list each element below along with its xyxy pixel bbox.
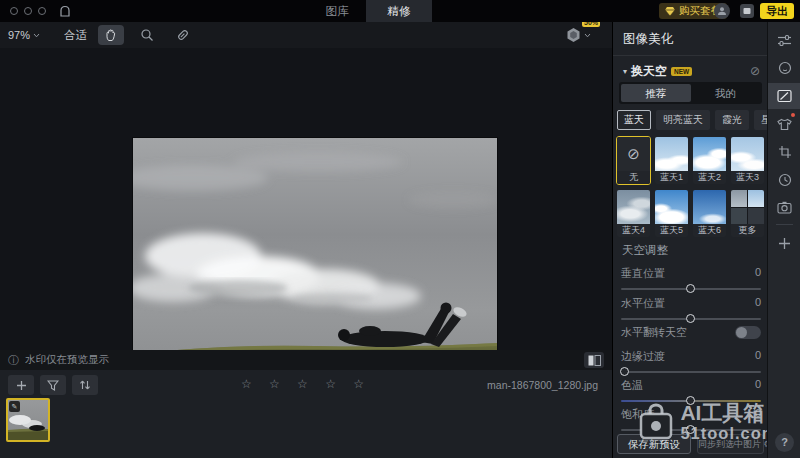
watermark-notice-text: 水印仅在预览显示	[25, 353, 109, 367]
tab-retouch[interactable]: 精修	[366, 0, 432, 22]
window-minimize-button[interactable]	[24, 7, 32, 15]
sky-adjust-title: 天空调整	[622, 243, 668, 258]
reset-icon[interactable]: ⊘	[750, 64, 760, 78]
slider-handle[interactable]	[686, 284, 695, 293]
info-icon: ⓘ	[8, 353, 19, 368]
slider-handle[interactable]	[686, 314, 695, 323]
sky-thumbnail	[655, 137, 688, 171]
save-preset-button[interactable]: 保存新预设	[617, 434, 691, 454]
sky-thumbnail	[655, 190, 688, 224]
message-icon[interactable]	[740, 4, 754, 18]
sky-thumbnail	[693, 190, 726, 224]
fit-view-button[interactable]: 合适	[64, 22, 87, 48]
window-close-button[interactable]	[10, 7, 18, 15]
chevron-down-icon	[33, 33, 40, 38]
slider-handle[interactable]	[620, 367, 629, 376]
slider-track[interactable]	[621, 429, 761, 431]
toggle-knob	[736, 327, 747, 338]
clothing-tool-button[interactable]	[768, 111, 800, 137]
zoom-level-select[interactable]: 97%	[8, 22, 40, 48]
window-zoom-button[interactable]	[38, 7, 46, 15]
sky-preset-1[interactable]: 蓝天1	[654, 136, 689, 185]
chip-sunset-glow[interactable]: 霞光	[715, 110, 749, 130]
home-icon[interactable]	[58, 4, 72, 18]
hexagon-icon	[566, 27, 581, 43]
slider-edge-transition: 边缘过渡 0	[621, 349, 761, 373]
hand-icon	[104, 28, 118, 42]
slider-track[interactable]	[621, 400, 761, 402]
export-button[interactable]: 导出	[760, 3, 794, 19]
snapshot-tool-button[interactable]	[768, 194, 800, 220]
sky-preset-6[interactable]: 蓝天6	[692, 189, 727, 238]
caret-down-icon: ▾	[623, 67, 627, 76]
adjust-tool-button[interactable]	[768, 27, 800, 53]
magnifier-icon	[140, 28, 154, 42]
flip-sky-row: 水平翻转天空	[621, 325, 761, 340]
funnel-icon	[47, 380, 59, 391]
slider-value: 0	[755, 296, 761, 311]
add-feature-button[interactable]	[768, 230, 800, 256]
image-enhance-icon	[777, 89, 792, 103]
sliders-icon	[777, 34, 792, 47]
chip-bright-blue-sky[interactable]: 明亮蓝天	[656, 110, 710, 130]
sky-preset-none[interactable]: ⊘ 无	[616, 136, 651, 185]
slider-color-temperature: 色温 0	[621, 378, 761, 402]
app-window: 图库 精修 购买套餐 导出 97% 合适	[0, 0, 800, 458]
sky-preset-3[interactable]: 蓝天3	[730, 136, 765, 185]
slider-handle[interactable]	[686, 396, 695, 405]
sort-button[interactable]	[72, 375, 98, 395]
compare-icon	[588, 355, 601, 366]
sky-thumbnail	[617, 190, 650, 224]
beauty-tool-button[interactable]	[768, 55, 800, 81]
more-presets-icon	[731, 190, 764, 224]
slider-track[interactable]	[621, 371, 761, 373]
slider-value: 0	[755, 266, 761, 281]
slider-track[interactable]	[621, 288, 761, 290]
quality-select[interactable]	[566, 27, 591, 43]
sync-selected-button[interactable]: 同步到选中图片 ⚙	[697, 434, 764, 454]
tab-gallery[interactable]: 图库	[308, 0, 366, 22]
canvas-area[interactable]	[0, 48, 612, 350]
help-button[interactable]: ?	[775, 433, 794, 452]
compare-button[interactable]	[584, 352, 604, 368]
clip-tool-button[interactable]	[170, 25, 196, 45]
slider-horizontal-position: 水平位置 0	[621, 296, 761, 320]
paperclip-icon	[176, 28, 190, 42]
sky-section-header[interactable]: ▾ 换天空 NEW ⊘	[623, 62, 760, 80]
crop-tool-button[interactable]	[768, 139, 800, 165]
slider-track[interactable]	[621, 318, 761, 320]
sky-preset-5[interactable]: 蓝天5	[654, 189, 689, 238]
preset-source-tabs: 推荐 我的	[619, 82, 762, 104]
sky-preset-4[interactable]: 蓝天4	[616, 189, 651, 238]
zoom-tool-button[interactable]	[134, 25, 160, 45]
filmstrip-thumbnail[interactable]: ✎	[6, 398, 50, 442]
hand-tool-button[interactable]	[98, 25, 124, 45]
image-enhance-button[interactable]	[768, 83, 800, 109]
none-icon: ⊘	[617, 137, 650, 171]
flip-sky-toggle[interactable]	[735, 326, 761, 339]
sky-preset-2[interactable]: 蓝天2	[692, 136, 727, 185]
view-toolbar: 97% 合适 50%	[0, 22, 612, 48]
plus-icon	[778, 237, 791, 250]
slider-value: 0	[755, 407, 761, 422]
filter-button[interactable]	[40, 375, 66, 395]
watermark-notice-bar: ⓘ 水印仅在预览显示	[0, 350, 612, 370]
chip-blue-sky[interactable]: 蓝天	[617, 110, 651, 130]
history-tool-button[interactable]	[768, 167, 800, 193]
new-badge: NEW	[671, 67, 692, 76]
sky-thumbnail	[731, 137, 764, 171]
slider-value: 0	[755, 378, 761, 393]
feature-toolbar: ?	[767, 22, 800, 458]
edit-panel: 图像美化 ▾ 换天空 NEW ⊘ 推荐 我的 蓝天 明亮蓝天 霞光 星空 ⊘ 无…	[612, 22, 767, 458]
toolbar-divider	[776, 224, 793, 225]
current-filename: man-1867800_1280.jpg	[487, 379, 598, 391]
camera-icon	[777, 201, 792, 214]
diamond-icon	[665, 7, 675, 16]
tab-mine[interactable]: 我的	[691, 84, 761, 102]
chevron-down-icon	[584, 33, 591, 38]
sky-preset-more[interactable]: 更多	[730, 189, 765, 238]
sort-icon	[79, 379, 91, 391]
tab-recommended[interactable]: 推荐	[621, 84, 691, 102]
user-avatar[interactable]	[714, 3, 730, 19]
add-image-button[interactable]	[8, 375, 34, 395]
